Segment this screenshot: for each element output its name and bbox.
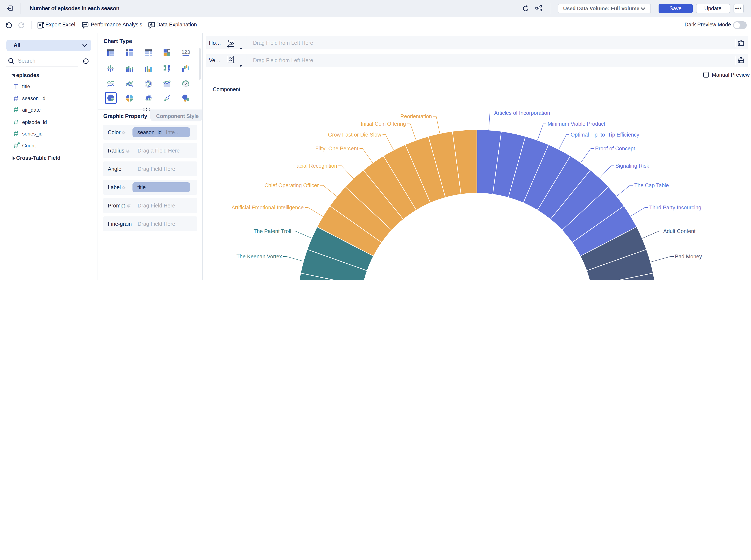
svg-text:Adult Content: Adult Content bbox=[663, 228, 696, 234]
svg-text:Chief Operating Officer: Chief Operating Officer bbox=[265, 182, 319, 188]
svg-text:Reorientation: Reorientation bbox=[400, 113, 432, 119]
svg-text:Artificial Emotional Intellige: Artificial Emotional Intelligence bbox=[231, 204, 304, 211]
svg-text:Articles of Incorporation: Articles of Incorporation bbox=[494, 110, 550, 116]
svg-text:Bad Money: Bad Money bbox=[675, 254, 702, 259]
svg-text:Proof of Concept: Proof of Concept bbox=[595, 145, 635, 152]
svg-text:Minimum Viable Product: Minimum Viable Product bbox=[548, 121, 605, 127]
svg-text:Signaling Risk: Signaling Risk bbox=[615, 163, 649, 169]
svg-text:Facial Recognition: Facial Recognition bbox=[293, 163, 337, 169]
svg-text:Initial Coin Offering: Initial Coin Offering bbox=[361, 121, 406, 127]
svg-text:Third Party Insourcing: Third Party Insourcing bbox=[649, 204, 702, 211]
svg-text:Optimal Tip–to–Tip Efficiency: Optimal Tip–to–Tip Efficiency bbox=[571, 132, 640, 138]
svg-text:Fifty–One Percent: Fifty–One Percent bbox=[316, 145, 359, 152]
svg-text:Grow Fast or Die Slow: Grow Fast or Die Slow bbox=[328, 132, 382, 138]
svg-text:The Patent Troll: The Patent Troll bbox=[254, 228, 291, 234]
svg-text:The Keenan Vortex: The Keenan Vortex bbox=[237, 254, 282, 259]
svg-text:The Cap Table: The Cap Table bbox=[634, 182, 669, 188]
